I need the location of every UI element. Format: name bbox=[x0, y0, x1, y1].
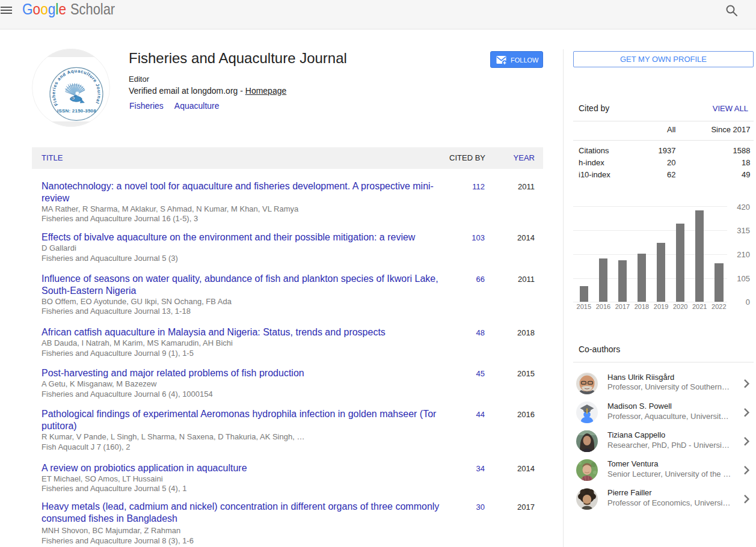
svg-text:ISSN: 2150-3508: ISSN: 2150-3508 bbox=[57, 108, 96, 114]
